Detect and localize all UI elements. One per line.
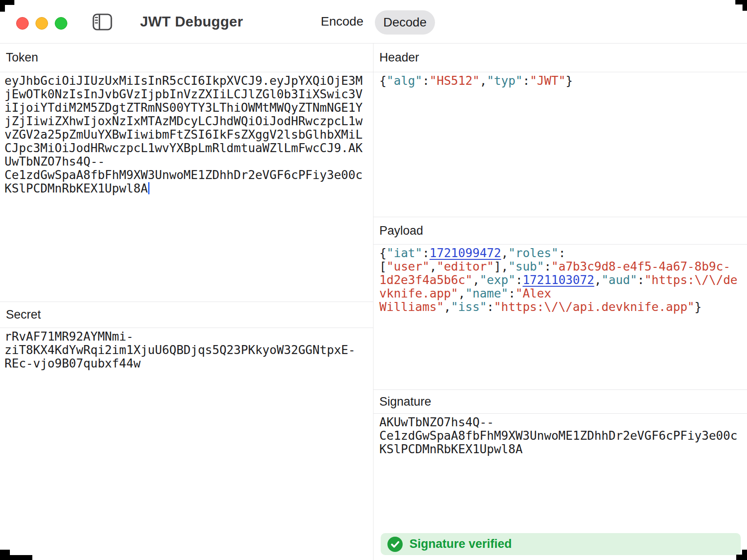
json-key: "exp" [479,273,515,287]
input-column: Token eyJhbGciOiJIUzUxMiIsInR5cCI6IkpXVC… [0,44,374,560]
json-key: "aud" [602,273,637,287]
text-caret [148,182,149,194]
json-string-value: "https:\/\/api.devknife.app" [494,300,694,314]
payload-section-header: Payload [374,217,747,245]
timestamp-link[interactable]: 1721103072 [523,273,594,287]
crop-mark-bottom-right-v [742,550,747,560]
signature-section-header: Signature [374,389,747,414]
json-punctuation: { [379,246,387,260]
json-punctuation: : [422,74,430,88]
titlebar: JWT Debugger Encode Decode [0,0,747,44]
jwt-debugger-window: { "window": { "title": "JWT Debugger", "… [0,0,747,560]
crop-mark-top-left-v [0,0,5,12]
secret-section-header: Secret [0,302,373,328]
json-punctuation: : [422,246,430,260]
tab-decode[interactable]: Decode [375,10,435,35]
json-punctuation: : [515,273,523,287]
json-punctuation: , [501,246,508,260]
decoded-column: Header {"alg":"HS512","typ":"JWT"} Paylo… [374,44,747,560]
json-punctuation: : [487,300,494,314]
json-key: "name" [465,286,508,300]
sidebar-toggle-button[interactable] [92,13,112,31]
json-punctuation: ], [494,259,508,273]
tab-encode[interactable]: Encode [314,0,370,43]
json-string-value: "editor" [437,259,494,273]
app-title: JWT Debugger [140,0,243,43]
secret-input[interactable]: rRvAF71MR92AYMNmi-ziT8KX4KdYwRqi2im1XjuU… [0,328,373,560]
json-punctuation: , [479,74,487,88]
check-circle-icon [387,537,403,552]
signature-status-text: Signature verified [409,537,512,551]
signature-text: AKUwTbNZO7hs4Q--Ce1zdGwSpaA8fbFhM9XW3Unw… [379,415,738,456]
token-section-header: Token [0,44,373,72]
json-punctuation: } [566,74,573,88]
json-punctuation: , [444,300,451,314]
json-punctuation: : [508,286,515,300]
decoded-header-json: {"alg":"HS512","typ":"JWT"} [374,72,747,217]
json-key: "alg" [387,74,422,88]
signature-status-banner: Signature verified [381,533,741,555]
json-punctuation: { [379,74,387,88]
timestamp-link[interactable]: 1721099472 [430,246,501,260]
json-punctuation: } [694,300,702,314]
header-section-title: Header [379,51,419,65]
json-key: "typ" [487,74,523,88]
signature-section-title: Signature [379,395,431,409]
crop-mark-top-right-v [743,0,747,11]
json-string-value: "user" [387,259,430,273]
json-punctuation: : [544,259,551,273]
json-punctuation: , [458,286,466,300]
zoom-button[interactable] [55,17,67,30]
json-punctuation: , [430,259,437,273]
json-string-value: "JWT" [530,74,566,88]
token-text: eyJhbGciOiJIUzUxMiIsInR5cCI6IkpXVCJ9.eyJ… [4,74,363,195]
header-section-header: Header [374,44,747,72]
token-input[interactable]: eyJhbGciOiJIUzUxMiIsInR5cCI6IkpXVCJ9.eyJ… [0,72,373,302]
json-key: "iat" [387,246,422,260]
secret-text: rRvAF71MR92AYMNmi-ziT8KX4KdYwRqi2im1XjuU… [4,329,356,370]
json-punctuation: : [523,74,530,88]
decoded-payload-json: {"iat":1721099472,"roles":["user","edito… [374,245,747,389]
json-key: "iss" [451,300,487,314]
secret-section-title: Secret [6,308,41,322]
json-punctuation: : [637,273,644,287]
token-section-title: Token [6,51,38,65]
minimize-button[interactable] [35,17,48,30]
json-key: "sub" [508,259,544,273]
json-string-value: "HS512" [430,74,480,88]
json-key: "roles" [508,246,558,260]
crop-mark-bottom-left-v [0,550,10,560]
payload-section-title: Payload [379,224,423,238]
json-punctuation: , [472,273,479,287]
json-punctuation: , [594,273,602,287]
sidebar-icon [92,25,112,32]
close-button[interactable] [16,17,29,30]
